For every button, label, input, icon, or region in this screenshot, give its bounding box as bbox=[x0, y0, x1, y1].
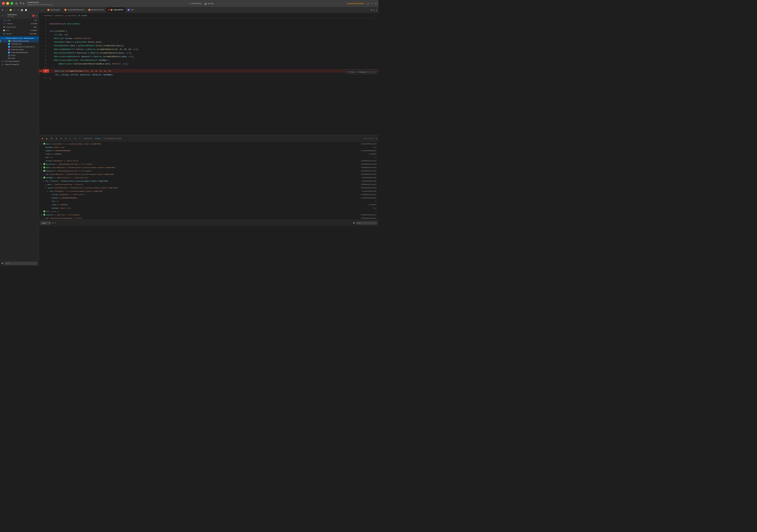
tab-nav-back[interactable]: ‹ bbox=[40, 8, 42, 12]
debugger-continue-button[interactable]: ▶ bbox=[45, 137, 49, 140]
stack-frame-0[interactable]: B 0 +[ObjcLldbTest runTest] bbox=[0, 40, 39, 42]
breadcrumb-root[interactable]: KaMPKitiOS bbox=[44, 14, 52, 16]
var-basic-int[interactable]: int = -8 -8 bbox=[39, 155, 378, 159]
breadcrumb-nav-forward[interactable]: › bbox=[43, 14, 43, 16]
close-button[interactable] bbox=[2, 2, 5, 5]
var-datamap-0-value[interactable]: ▼ value = (SharedDataFoo *) DataFoo(foo=… bbox=[39, 186, 378, 189]
stack-frame-4[interactable]: B 4 static MainApp.$main() bbox=[0, 51, 39, 54]
git-icon[interactable]: ⎇ bbox=[17, 9, 19, 11]
debugger-step-over-button[interactable]: ⬆ bbox=[50, 137, 53, 140]
process-expand-icon[interactable]: ▼ bbox=[2, 15, 3, 16]
line-number-14: 14 bbox=[43, 58, 48, 62]
debugger-restart-button[interactable]: ↺ bbox=[64, 137, 68, 140]
sidebar-filter-input[interactable] bbox=[5, 262, 38, 265]
stack-frame-3[interactable]: B 3 static App.main() bbox=[0, 48, 39, 51]
repo-selector[interactable]: ⎇ KaMPKitiOS bbox=[189, 2, 202, 4]
var-datamap[interactable]: ▼ L dataMap = (__NSDictionaryI *) 1 key/… bbox=[39, 176, 378, 179]
tab-appdelegate[interactable]: S AppDelegate bbox=[45, 7, 62, 13]
var-foo-string[interactable]: string = (ObjHeader *) "Hello world" 0x0… bbox=[39, 193, 378, 196]
nav-back-icon[interactable]: ‹ bbox=[5, 9, 6, 11]
var-basic[interactable]: ▼ L basic = (SharedFoo *) co.touchlab.ka… bbox=[39, 142, 378, 146]
titlebar-sidebar-toggle[interactable]: ⊞ ■ ▶ bbox=[15, 2, 25, 5]
tab-nav-forward[interactable]: › bbox=[43, 8, 44, 12]
machine-selector[interactable]: 💻 My Mac bbox=[204, 2, 214, 4]
var-basic-string[interactable]: string = (ObjHeader *) "Hello world" 0x0… bbox=[39, 159, 378, 162]
var-datamap-0-value-foo[interactable]: ▼ foo = (ObjHeader *) co.touchlab.kampki… bbox=[39, 189, 378, 193]
stack-frame-1[interactable]: B 1 MainApp.init() bbox=[0, 42, 39, 45]
breakpoint-icon[interactable]: ⬤ bbox=[21, 9, 23, 11]
var-datalist[interactable]: ▼ L dataList = (__NSSingleObjectArrayI *… bbox=[39, 169, 378, 173]
tab-refresh-icon[interactable]: ⇄ bbox=[371, 9, 372, 11]
debugger-filter-input[interactable] bbox=[356, 222, 377, 224]
line-content-10: SharedDataFoo* data = [[SharedDataFoo al… bbox=[48, 43, 378, 47]
var-datamap-0-key[interactable]: ▶ key = (__NSCFConstantString *) @"hello… bbox=[39, 182, 378, 186]
tab-split-icon[interactable]: ⊞ bbox=[376, 9, 378, 11]
warning-icon[interactable]: ⚠ bbox=[14, 9, 15, 11]
line-number-5: 5 bbox=[43, 25, 48, 29]
debugger-return-button[interactable]: ⤴ bbox=[78, 137, 82, 140]
variables-area[interactable]: ▼ L basic = (SharedFoo *) co.touchlab.ka… bbox=[39, 142, 378, 220]
debugger-jump-button[interactable]: ⤵ bbox=[69, 137, 72, 140]
traffic-lights bbox=[2, 2, 13, 5]
main-gc-thread-header[interactable]: ▶ ● Main GC thread (3) bbox=[0, 63, 39, 66]
debugger-stop-button[interactable]: ⏹ bbox=[41, 137, 44, 140]
var-foo-double[interactable]: double = 3.14000000000000001 3.140000000… bbox=[39, 196, 378, 200]
var-int_[interactable]: L int_ = (int) 0 0 bbox=[39, 210, 378, 213]
line-number-13: 13 bbox=[43, 55, 48, 58]
breadcrumb-back-icon[interactable]: ‹ bbox=[374, 14, 375, 16]
report-icon[interactable]: 📋 bbox=[25, 9, 27, 11]
stack-frame-5[interactable]: B 5 main bbox=[0, 54, 39, 57]
thread-1-icon: ● bbox=[4, 38, 5, 39]
add-button[interactable]: + bbox=[372, 2, 373, 5]
var-basiclist[interactable]: ▶ L basicList = (__NSSingleObjectArrayI … bbox=[39, 162, 378, 166]
var-basic-double[interactable]: double = 3.14000000000000001 3.140000000… bbox=[39, 149, 378, 152]
debugger-step-out-button[interactable]: ⬆ bbox=[59, 137, 63, 140]
process-settings-icon[interactable]: ⚙ bbox=[36, 14, 38, 16]
var-foo-int[interactable]: int = -8 -8 bbox=[39, 200, 378, 203]
gc-timer-icon: ● bbox=[4, 61, 5, 62]
debugger-sidebar-toggle[interactable]: ⊞ bbox=[376, 137, 377, 139]
tab-breedlistscreen[interactable]: S BreedListScreen bbox=[87, 7, 106, 13]
var-datalist-0[interactable]: ▶ [0] = (SharedDataFoo *) DataFoo(foo=co… bbox=[39, 173, 378, 176]
titlebar-center: ⎇ KaMPKitiOS 💻 My Mac bbox=[55, 2, 347, 4]
breadcrumb-method: +runTest bbox=[81, 14, 87, 16]
breadcrumb-forward-icon[interactable]: › bbox=[376, 14, 377, 16]
minimize-button[interactable] bbox=[6, 2, 9, 5]
folder-icon[interactable]: 📁 bbox=[9, 9, 12, 11]
tab-xcodekotlinshowcase-icon: S bbox=[65, 9, 66, 11]
nav-forward-icon[interactable]: › bbox=[7, 9, 8, 11]
line-number-15: 15 bbox=[43, 62, 48, 66]
split-view-button[interactable]: ⧉ bbox=[375, 2, 377, 4]
stack-frame-2[interactable]: B 2 protocol witness for App.init() in c… bbox=[0, 45, 39, 48]
tab-objclldbtest[interactable]: m ObjcLldbTest bbox=[106, 7, 126, 13]
line-number-6: 6 bbox=[43, 29, 48, 33]
debugger-mode-select[interactable]: Auto Manual bbox=[41, 221, 51, 224]
thread-1-header[interactable]: ▼ ● Thread 1 Queue: com.a...-thread (ser… bbox=[0, 37, 39, 40]
tab-xcodekotlinshowcase[interactable]: S XcodeKotlinShowcase bbox=[62, 7, 86, 13]
tab-layout-icon[interactable]: ☰ bbox=[373, 9, 375, 11]
var-basic-boolean[interactable]: boolean = (bool) true true bbox=[39, 146, 378, 149]
code-editor[interactable]: 3 4 @implementation ObjcLldbTest 5 6 +(v… bbox=[39, 18, 378, 135]
debugger-step-into-button[interactable]: ⬇ bbox=[55, 137, 58, 140]
var-intlist-0[interactable]: ▶ [0] = (NSConstantIntegerNumber *) (int… bbox=[39, 216, 378, 220]
var-foo-float[interactable]: float = 1.23000002 1.23000002 bbox=[39, 203, 378, 206]
maximize-button[interactable] bbox=[11, 2, 13, 5]
stack-frame-6[interactable]: B 6 start bbox=[0, 57, 39, 60]
source-control-icon: ⎇ bbox=[189, 2, 191, 4]
grid-icon[interactable]: ⊞ bbox=[2, 9, 3, 11]
breadcrumb-file[interactable]: ObjcLldbTest bbox=[68, 14, 77, 16]
tabs-bar: ‹ › S AppDelegate S XcodeKotlinShowcase … bbox=[39, 7, 378, 13]
var-datamap-0[interactable]: ▼ [0] = @"hello" : DataFoo(foo=co.touchl… bbox=[39, 179, 378, 182]
var-data[interactable]: ▶ L data = (SharedDataFoo *) DataFoo(foo… bbox=[39, 166, 378, 169]
show-console-icon[interactable]: ℹ bbox=[55, 222, 55, 224]
debugger-skip-button[interactable]: ⇥ bbox=[73, 137, 77, 140]
show-inspector-icon[interactable]: 👁 bbox=[52, 222, 53, 224]
stack-frame-0-icon: B bbox=[9, 40, 11, 42]
gc-timer-thread-header[interactable]: ▶ ● GC Timer thread (2) bbox=[0, 60, 39, 63]
var-intlist[interactable]: ▼ L intList = (__NSArrayI *) @"4 element… bbox=[39, 213, 378, 216]
tab-koin[interactable]: K Koin bbox=[126, 7, 136, 13]
breadcrumb-app[interactable]: KaMPKitiOS bbox=[55, 14, 63, 16]
var-foo-boolean[interactable]: boolean = (bool) true true bbox=[39, 206, 378, 210]
breadcrumb-nav-back[interactable]: ‹ bbox=[41, 14, 42, 16]
var-basic-float[interactable]: float = 1.23000002 1.23000002 bbox=[39, 152, 378, 155]
